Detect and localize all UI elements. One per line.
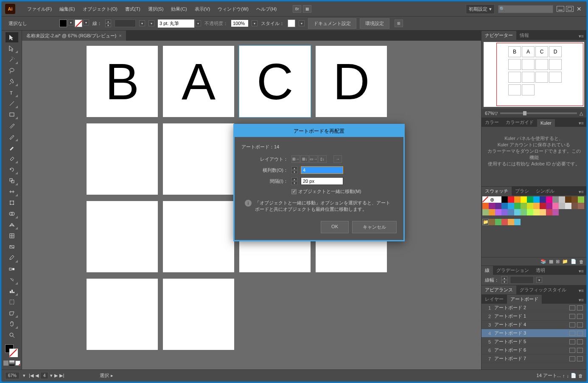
- new-swatch-icon[interactable]: 📄: [571, 259, 577, 264]
- swatch-color[interactable]: [527, 203, 533, 209]
- swatch-color[interactable]: [489, 203, 495, 209]
- artboard-orient-icon[interactable]: [569, 331, 575, 336]
- stroke-weight-dd[interactable]: ▾: [139, 20, 145, 26]
- search-input[interactable]: [498, 5, 553, 13]
- cancel-button[interactable]: キャンセル: [352, 221, 397, 233]
- swatch-color[interactable]: [578, 196, 584, 203]
- status-reorder-down-icon[interactable]: ↓: [567, 373, 569, 378]
- swatch-color[interactable]: [540, 196, 546, 203]
- graphic-styles-tab[interactable]: グラフィックスタイル: [516, 285, 570, 294]
- color-tab[interactable]: カラー: [482, 118, 502, 127]
- blob-brush-tool[interactable]: [6, 143, 18, 153]
- artboard-options-icon[interactable]: [577, 348, 583, 353]
- swatch-color[interactable]: [521, 196, 527, 203]
- artboards-tab[interactable]: アートボード: [507, 295, 542, 304]
- zoom-tool[interactable]: [6, 330, 18, 340]
- menu-window[interactable]: ウィンドウ(W): [214, 4, 252, 14]
- artboard-row[interactable]: 7アートボード 7: [482, 355, 586, 363]
- swatch-options-icon[interactable]: ⊞: [556, 259, 560, 264]
- column-graph-tool[interactable]: [6, 286, 18, 296]
- gap-down[interactable]: ▼: [291, 181, 297, 185]
- swatch-color[interactable]: [521, 209, 527, 215]
- stroke-down[interactable]: ▼: [105, 23, 111, 27]
- fill-dropdown[interactable]: ▾: [68, 20, 74, 25]
- artboard-options-icon[interactable]: [577, 356, 583, 361]
- bridge-icon[interactable]: Br: [293, 5, 301, 13]
- spacing-input[interactable]: 20 px: [301, 177, 343, 185]
- gradient-tool[interactable]: [6, 242, 18, 252]
- artboard-options-icon[interactable]: [577, 322, 583, 327]
- swatch-color[interactable]: [514, 203, 521, 209]
- line-tool[interactable]: [6, 98, 18, 109]
- artboard-row[interactable]: 3アートボード 4: [482, 321, 586, 329]
- status-reorder-up-icon[interactable]: ↑: [563, 373, 565, 378]
- free-transform-tool[interactable]: [6, 198, 18, 208]
- stroke-dropdown[interactable]: ▾: [83, 20, 89, 25]
- eraser-tool[interactable]: [6, 154, 18, 164]
- swatch-color[interactable]: [482, 203, 489, 209]
- delete-swatch-icon[interactable]: 🗑: [579, 259, 584, 264]
- stroke-width-input[interactable]: [510, 276, 534, 284]
- gap-up[interactable]: ▲: [291, 177, 297, 181]
- swatch-color[interactable]: [501, 209, 508, 215]
- stroke-panel-tab[interactable]: 線: [482, 266, 493, 275]
- swatch-color[interactable]: [533, 196, 540, 203]
- blend-tool[interactable]: [6, 264, 18, 274]
- artboard-options-icon[interactable]: [577, 305, 583, 310]
- columns-input[interactable]: 4: [301, 166, 343, 174]
- width-tool[interactable]: [6, 187, 18, 197]
- swatches-tab[interactable]: スウォッチ: [482, 187, 512, 196]
- library-icon[interactable]: 📚: [540, 259, 546, 264]
- brushes-tab[interactable]: ブラシ: [512, 187, 532, 196]
- menu-edit[interactable]: 編集(E): [56, 4, 78, 14]
- tab-close-icon[interactable]: ×: [119, 33, 121, 38]
- swatch-color[interactable]: [501, 196, 508, 203]
- gradient-mode-icon[interactable]: [9, 361, 14, 366]
- status-prev-icon[interactable]: ◀: [35, 373, 39, 378]
- nav-zoom-slider[interactable]: [500, 112, 577, 114]
- artboard-orient-icon[interactable]: [569, 322, 575, 327]
- shape-builder-tool[interactable]: [6, 209, 18, 219]
- menu-view[interactable]: 表示(V): [191, 4, 214, 14]
- artboard-row[interactable]: 1アートボード 2: [482, 304, 586, 312]
- swatch-color[interactable]: [565, 203, 571, 209]
- artboard-row[interactable]: 6アートボード 6: [482, 346, 586, 355]
- direct-selection-tool[interactable]: [6, 43, 18, 53]
- align-icon[interactable]: ⊞: [395, 20, 403, 27]
- cols-down[interactable]: ▼: [291, 170, 297, 174]
- layers-tab[interactable]: レイヤー: [482, 295, 507, 304]
- selection-tool[interactable]: [6, 32, 18, 42]
- slice-tool[interactable]: [6, 308, 18, 318]
- stroke-up[interactable]: ▲: [105, 20, 111, 23]
- ok-button[interactable]: OK: [321, 221, 349, 233]
- artboard-tool[interactable]: [6, 297, 18, 307]
- swatch-color[interactable]: [521, 203, 527, 209]
- swatch-color[interactable]: [514, 196, 521, 203]
- mesh-tool[interactable]: [6, 231, 18, 241]
- fill-stroke-indicator[interactable]: [5, 344, 19, 358]
- menu-type[interactable]: 書式(T): [122, 4, 144, 14]
- style-swatch[interactable]: [288, 20, 295, 27]
- stroke-style-value[interactable]: 3 pt. 丸筆: [158, 20, 194, 28]
- rectangle-tool[interactable]: [6, 109, 18, 120]
- eyedropper-tool[interactable]: [6, 253, 18, 263]
- kuler-tab[interactable]: Kuler: [537, 119, 555, 127]
- stroke-weight-input[interactable]: [115, 20, 136, 27]
- none-mode-icon[interactable]: [15, 361, 20, 366]
- menu-effect[interactable]: 効果(C): [168, 4, 190, 14]
- artboard-options-icon[interactable]: [577, 314, 583, 319]
- hand-tool[interactable]: [6, 319, 18, 329]
- menu-help[interactable]: ヘルプ(H): [253, 4, 280, 14]
- swatch-color[interactable]: [508, 209, 514, 215]
- swatch-color[interactable]: [527, 196, 533, 203]
- layout-grid-row-icon[interactable]: ⊞→: [291, 155, 300, 163]
- cols-up[interactable]: ▲: [291, 166, 297, 170]
- symbol-sprayer-tool[interactable]: [6, 275, 18, 285]
- paintbrush-tool[interactable]: [6, 120, 18, 131]
- status-delete-icon[interactable]: 🗑: [578, 373, 583, 378]
- lasso-tool[interactable]: [6, 65, 18, 75]
- maximize-button[interactable]: [566, 6, 574, 12]
- layout-row-icon[interactable]: ▭→: [309, 155, 318, 163]
- layout-direction-icon[interactable]: →: [333, 155, 342, 163]
- symbols-tab[interactable]: シンボル: [532, 187, 558, 196]
